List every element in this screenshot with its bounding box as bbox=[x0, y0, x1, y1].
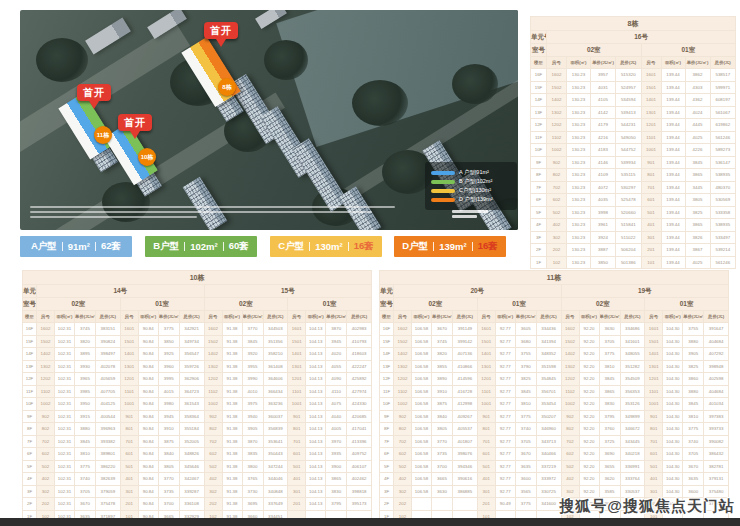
table-cell: 398076 bbox=[453, 448, 478, 461]
table-cell: 3805 bbox=[158, 460, 179, 473]
table-cell: 102.31 bbox=[55, 498, 75, 511]
legend-swatch-c bbox=[431, 189, 455, 193]
table-row: 16F1602106.583670391149160192.7736053344… bbox=[380, 323, 729, 336]
table-cell: 1001 bbox=[288, 398, 306, 411]
table-header-cell: 单价(元/㎡) bbox=[242, 311, 263, 323]
table-cell: 1101 bbox=[645, 385, 663, 398]
table-cell: 1601 bbox=[477, 323, 495, 336]
table-cell: 1402 bbox=[204, 348, 222, 361]
table-cell: 3855 bbox=[432, 360, 453, 373]
table-cell: 4072 bbox=[591, 181, 616, 194]
table-cell: 3905 bbox=[683, 348, 704, 361]
table-cell: 1302 bbox=[394, 360, 412, 373]
building-badge-10: 10栋 bbox=[138, 148, 156, 166]
table-cell: 3961 bbox=[591, 219, 616, 232]
table-header-cell: 楼层 bbox=[23, 311, 37, 323]
table-cell: 92.20 bbox=[579, 448, 599, 461]
table-cell: 342921 bbox=[179, 323, 204, 336]
table-cell: 104.13 bbox=[306, 473, 326, 486]
table-cell: 3970 bbox=[326, 435, 347, 448]
table-cell: 12F bbox=[380, 373, 394, 386]
price-table-building-11: 11栋单元号20号19号室号02室01室02室01室楼层房号面积(㎡)单价(元/… bbox=[379, 270, 728, 523]
table-cell: 701 bbox=[641, 181, 661, 194]
table-cell: 10F bbox=[531, 144, 547, 157]
table-header-cell: 面积(㎡) bbox=[306, 311, 326, 323]
table-row: 15F1502130.2340315249571501139.444303599… bbox=[531, 81, 736, 94]
table-header-cell: 面积(㎡) bbox=[412, 311, 432, 323]
table-cell: 351598 bbox=[536, 360, 561, 373]
table-cell: 101 bbox=[641, 256, 661, 269]
table-cell: 3745 bbox=[432, 335, 453, 348]
table-cell: 501 bbox=[641, 206, 661, 219]
table-row: 8F802102.31388039696380190.8439103551848… bbox=[23, 423, 372, 436]
banner-type-label: C户型 bbox=[278, 240, 304, 253]
table-header-cell: 01室 bbox=[477, 298, 561, 311]
table-cell: 90.84 bbox=[138, 448, 158, 461]
table-cell: 363236 bbox=[263, 398, 288, 411]
badge-label: 11栋 bbox=[97, 131, 109, 140]
table-cell: 1401 bbox=[645, 348, 663, 361]
banner-type-a: A户型 91m² 62套 bbox=[20, 236, 132, 257]
table-cell: 352005 bbox=[179, 435, 204, 448]
table-cell: 102.31 bbox=[55, 460, 75, 473]
table-cell: 106.58 bbox=[412, 373, 432, 386]
table-header-cell: 单价(元/㎡) bbox=[158, 311, 179, 323]
table-cell: 511022 bbox=[616, 231, 642, 244]
table-header-cell: 02室 bbox=[394, 298, 478, 311]
table-cell: 1402 bbox=[37, 348, 55, 361]
table-cell: 9F bbox=[380, 410, 394, 423]
table-cell bbox=[453, 498, 478, 511]
table-cell: 524957 bbox=[616, 81, 642, 94]
table-cell: 339287 bbox=[179, 485, 204, 498]
table-cell: 1501 bbox=[645, 335, 663, 348]
table-cell: 802 bbox=[394, 423, 412, 436]
table-cell: 402 bbox=[561, 473, 579, 486]
table-cell: 12F bbox=[531, 119, 547, 132]
table-cell: 1102 bbox=[394, 385, 412, 398]
table-cell: 536147 bbox=[710, 156, 736, 169]
table-cell: 4362 bbox=[685, 94, 710, 107]
table-cell: 3875 bbox=[432, 398, 453, 411]
table-cell: 16F bbox=[380, 323, 394, 336]
table-cell: 3725 bbox=[599, 435, 620, 448]
table-cell: 901 bbox=[645, 410, 663, 423]
table-cell: 354509 bbox=[620, 373, 645, 386]
table-cell: 1302 bbox=[547, 106, 567, 119]
table-cell: 382781 bbox=[704, 460, 729, 473]
banner-area: 102m² bbox=[190, 241, 217, 252]
trees bbox=[36, 38, 88, 82]
table-cell: 3635 bbox=[515, 460, 536, 473]
legend-label: C户型|130m² bbox=[459, 187, 491, 194]
table-cell: 501 bbox=[288, 460, 306, 473]
table-cell: 341601 bbox=[620, 335, 645, 348]
table-cell: 1202 bbox=[394, 373, 412, 386]
table-cell: 3950 bbox=[75, 398, 96, 411]
table-row: 5F502102.31377538622050190.8438053456465… bbox=[23, 460, 372, 473]
table-cell: 391647 bbox=[704, 323, 729, 336]
table-cell: 361408 bbox=[263, 360, 288, 373]
table-cell: 801 bbox=[288, 423, 306, 436]
table-cell: 1002 bbox=[394, 398, 412, 411]
table-cell: 3740 bbox=[515, 423, 536, 436]
table-cell: 480370 bbox=[710, 181, 736, 194]
table-header-cell: 19号 bbox=[561, 285, 729, 298]
table-cell: 395173 bbox=[347, 498, 372, 511]
table-cell: 3740 bbox=[75, 473, 96, 486]
legend-label: D 户型|139m² bbox=[459, 196, 493, 203]
table-header-cell: 总价(元) bbox=[704, 311, 729, 323]
table-header-cell: 02室 bbox=[204, 298, 288, 311]
table-cell: 3825 bbox=[515, 373, 536, 386]
table-cell: 390082 bbox=[704, 435, 729, 448]
table-cell: 3635 bbox=[683, 473, 704, 486]
table-header-cell: 房号 bbox=[547, 57, 567, 69]
table-cell: 3F bbox=[380, 485, 394, 498]
table-cell: 3925 bbox=[158, 348, 179, 361]
table-header-cell: 面积(㎡) bbox=[138, 311, 158, 323]
table-cell: 202 bbox=[394, 498, 412, 511]
table-cell: 106.58 bbox=[412, 323, 432, 336]
table-cell: 91.38 bbox=[222, 323, 242, 336]
table-cell: 90.84 bbox=[138, 360, 158, 373]
table-cell: 1301 bbox=[641, 106, 661, 119]
table-row: 9F902130.234146539934901139.443845536147 bbox=[531, 156, 736, 169]
table-cell: 3805 bbox=[685, 194, 710, 207]
